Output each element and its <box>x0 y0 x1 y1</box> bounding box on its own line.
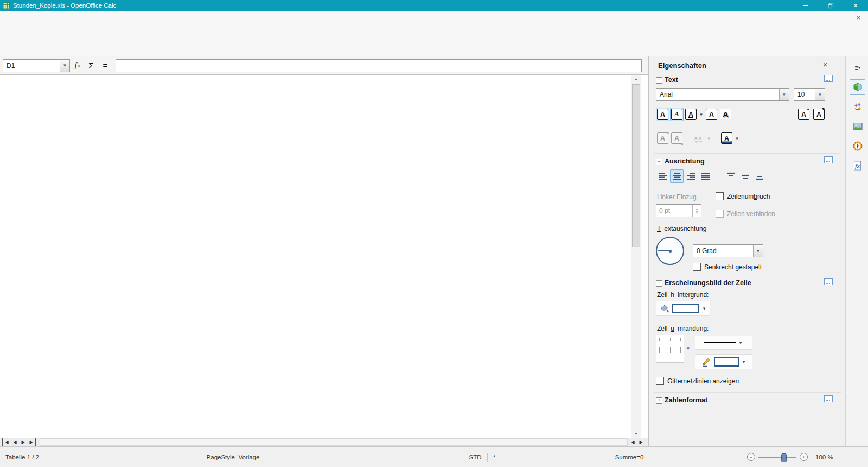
sidebar-tab-properties[interactable] <box>850 79 865 95</box>
spreadsheet-grid[interactable] <box>0 75 648 438</box>
gallery-tab-icon <box>852 121 863 132</box>
border-preview[interactable] <box>656 335 684 363</box>
character-spacing-icon: A V <box>693 133 704 144</box>
zoom-control: − + <box>747 452 808 463</box>
wrap-text-checkbox-box[interactable] <box>716 192 724 200</box>
sidebar-italic-button[interactable]: A <box>670 108 684 121</box>
minimize-button[interactable] <box>793 0 818 11</box>
sidebar-font-color-button[interactable]: A <box>720 131 733 145</box>
font-name-dropdown-icon[interactable]: ▼ <box>779 89 789 100</box>
sidebar-align-left-button[interactable] <box>656 169 669 183</box>
left-indent-spinner[interactable]: 0 pt ▲▼ <box>656 204 701 217</box>
text-dialog-launcher-icon[interactable] <box>824 75 833 82</box>
scroll-up-icon[interactable]: ▲ <box>631 75 641 83</box>
name-box-dropdown-icon[interactable]: ▼ <box>60 60 69 72</box>
align-top-button[interactable] <box>724 169 738 183</box>
sidebar-shadow-button[interactable]: A <box>719 108 732 121</box>
document-close-icon[interactable]: × <box>856 14 860 22</box>
background-color-caret[interactable]: ▾ <box>701 306 707 311</box>
text-section-collapse-icon[interactable]: − <box>656 77 662 84</box>
sidebar-bold-button[interactable]: A <box>656 108 669 121</box>
sidebar-tab-gallery[interactable] <box>850 118 865 134</box>
sidebar-tab-functions[interactable]: fx <box>850 157 865 173</box>
zoom-slider-thumb[interactable] <box>781 453 787 462</box>
previous-sheet-button[interactable]: ◀ <box>11 438 19 446</box>
first-sheet-button[interactable]: ◀ <box>2 438 11 446</box>
border-line-color-button[interactable]: ▾ <box>695 354 752 369</box>
zoom-out-icon[interactable]: − <box>747 453 755 461</box>
superscript-button[interactable]: Aa <box>656 131 669 145</box>
sidebar-align-center-button[interactable] <box>670 169 684 183</box>
status-sheet-info[interactable]: Tabelle 1 / 2 <box>0 452 122 463</box>
scroll-right-icon[interactable]: ▶ <box>637 438 645 446</box>
scroll-left-icon[interactable]: ◀ <box>629 438 637 446</box>
sum-button[interactable]: Σ <box>84 59 98 72</box>
shrink-font-button[interactable]: A▼ <box>812 108 826 121</box>
underline-dropdown-caret[interactable]: ▾ <box>698 112 704 117</box>
horizontal-scrollbar[interactable] <box>40 438 628 446</box>
sidebar-font-name-select[interactable]: Arial ▼ <box>656 88 789 101</box>
vertical-scrollbar[interactable]: ▲ ▼ <box>631 75 641 438</box>
border-preview-caret[interactable]: ▾ <box>685 345 691 351</box>
line-color-swatch <box>714 357 739 367</box>
sidebar-strikethrough-button[interactable]: A <box>705 108 718 121</box>
character-spacing-button[interactable]: A V <box>692 131 705 145</box>
rotation-select[interactable]: 0 Grad ▼ <box>693 244 763 257</box>
zoom-level[interactable]: 100 % <box>815 452 833 463</box>
status-page-style[interactable]: PageStyle_Vorlage <box>122 452 344 463</box>
close-button[interactable]: × <box>843 0 868 11</box>
function-wizard-button[interactable]: ƒx <box>70 59 84 72</box>
status-insert-mode[interactable]: STD <box>463 452 487 463</box>
sidebar-font-size-select[interactable]: 10 ▼ <box>794 88 825 101</box>
sidebar-underline-button[interactable]: A <box>684 108 698 121</box>
stacked-checkbox[interactable]: Senkrecht gestapelt <box>693 263 762 271</box>
sidebar-close-icon[interactable]: × <box>823 60 827 69</box>
merge-cells-checkbox-box[interactable] <box>716 210 724 218</box>
line-style-caret[interactable]: ▾ <box>738 340 744 345</box>
cell-background-button[interactable]: ▾ <box>656 301 710 316</box>
sidebar: Eigenschaften × − Text Arial ▼ 10 ▼ A A … <box>648 56 868 446</box>
number-dialog-launcher-icon[interactable] <box>824 395 833 402</box>
rotation-dropdown-icon[interactable]: ▼ <box>753 245 763 257</box>
equals-button[interactable]: = <box>98 59 112 72</box>
gridlines-checkbox-box[interactable] <box>656 377 664 385</box>
align-bottom-button[interactable] <box>752 169 766 183</box>
line-color-caret[interactable]: ▾ <box>741 359 747 364</box>
restore-button[interactable] <box>818 0 843 11</box>
stacked-checkbox-box[interactable] <box>693 263 701 271</box>
subscript-button[interactable]: Aa <box>670 131 684 145</box>
appearance-section-collapse-icon[interactable]: − <box>656 280 662 287</box>
wrap-text-checkbox[interactable]: Zeilenumbruch <box>716 192 770 200</box>
sidebar-tab-styles[interactable] <box>850 99 865 115</box>
font-color-caret[interactable]: ▾ <box>734 136 740 141</box>
font-size-dropdown-icon[interactable]: ▼ <box>815 89 825 100</box>
sheet-tab-bar: ◀ ◀ ▶ ▶ ◀ ▶ <box>0 438 648 446</box>
character-spacing-caret[interactable]: ▾ <box>706 136 712 141</box>
appearance-dialog-launcher-icon[interactable] <box>824 278 833 285</box>
align-middle-button[interactable] <box>738 169 752 183</box>
vertical-scrollbar-thumb[interactable] <box>632 84 640 247</box>
formula-input[interactable] <box>116 59 642 72</box>
rotation-dial[interactable] <box>656 237 684 265</box>
underline-icon: A <box>685 109 697 120</box>
border-line-style-select[interactable]: ▾ <box>695 336 752 350</box>
next-sheet-button[interactable]: ▶ <box>19 438 27 446</box>
zoom-in-icon[interactable]: + <box>800 453 808 461</box>
alignment-dialog-launcher-icon[interactable] <box>824 156 833 163</box>
last-sheet-button[interactable]: ▶ <box>27 438 36 446</box>
sidebar-menu-icon[interactable]: ≡▾ <box>850 60 865 75</box>
zoom-slider[interactable] <box>758 457 796 458</box>
grow-font-button[interactable]: A▲ <box>797 108 810 121</box>
spinner-arrows-icon[interactable]: ▲▼ <box>692 205 701 217</box>
alignment-section-collapse-icon[interactable]: − <box>656 159 662 165</box>
name-box[interactable]: D1 ▼ <box>3 59 70 72</box>
number-section-collapse-icon[interactable]: + <box>656 397 662 404</box>
status-sum[interactable]: Summe=0 <box>518 452 741 463</box>
scroll-down-icon[interactable]: ▼ <box>631 430 641 438</box>
status-bar: Tabelle 1 / 2 PageStyle_Vorlage STD * Su… <box>0 446 868 467</box>
sidebar-tab-navigator[interactable] <box>850 138 865 154</box>
sidebar-align-right-button[interactable] <box>684 169 698 183</box>
show-gridlines-checkbox[interactable]: Gitternetzlinien anzeigen <box>656 377 739 385</box>
merge-cells-checkbox[interactable]: Zellen verbinden <box>716 210 775 218</box>
sidebar-align-justify-button[interactable] <box>698 169 712 183</box>
